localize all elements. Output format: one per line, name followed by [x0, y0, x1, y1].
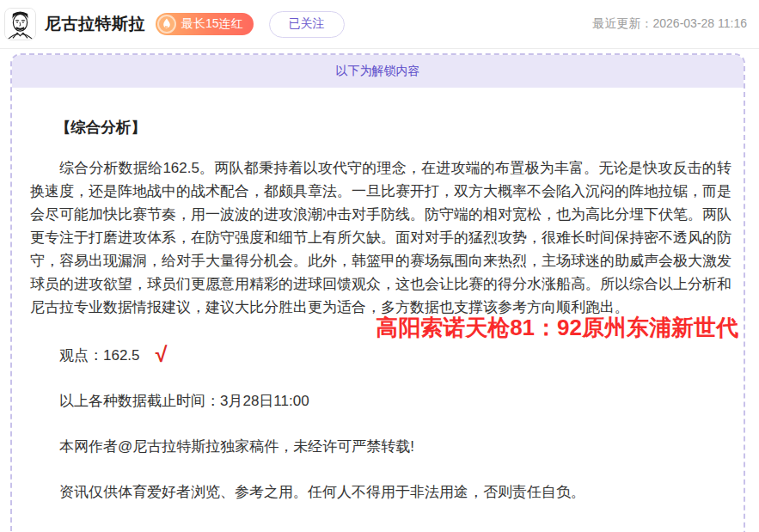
red-checkmark-icon: √: [154, 342, 166, 366]
streak-badge: 最长15连红: [156, 13, 254, 35]
section-title: 【综合分析】: [30, 117, 731, 138]
author-name: 尼古拉特斯拉: [45, 13, 145, 35]
article-body: 【综合分析】 综合分析数据给162.5。两队都秉持着以攻代守的理念，在进攻端的布…: [12, 88, 744, 504]
page-header: 尼古拉特斯拉 最长15连红 已关注 最近更新：2026-03-28 11:16: [0, 0, 759, 49]
disclaimer-line: 资讯仅供体育爱好者浏览、参考之用。任何人不得用于非法用途，否则责任自负。: [30, 480, 731, 504]
followed-button[interactable]: 已关注: [269, 11, 345, 38]
streak-badge-label: 最长15连红: [181, 16, 243, 32]
flame-icon: [157, 15, 176, 34]
viewpoint-value: 观点：162.5: [59, 347, 140, 364]
last-update-time: 最近更新：2026-03-28 11:16: [593, 16, 748, 32]
avatar[interactable]: [4, 8, 36, 40]
copyright-line: 本网作者@尼古拉特斯拉独家稿件，未经许可严禁转载!: [30, 435, 731, 458]
data-cutoff-line: 以上各种数据截止时间：3月28日11:00: [30, 389, 731, 413]
unlock-banner: 以下为解锁内容: [12, 55, 744, 88]
unlocked-content-card: 以下为解锁内容 【综合分析】 综合分析数据给162.5。两队都秉持着以攻代守的理…: [10, 53, 745, 532]
analysis-paragraph: 综合分析数据给162.5。两队都秉持着以攻代守的理念，在进攻端的布置极为丰富。无…: [30, 156, 731, 319]
viewpoint-line: 观点：162.5 √: [30, 343, 731, 367]
author-portrait-icon: [5, 9, 35, 40]
